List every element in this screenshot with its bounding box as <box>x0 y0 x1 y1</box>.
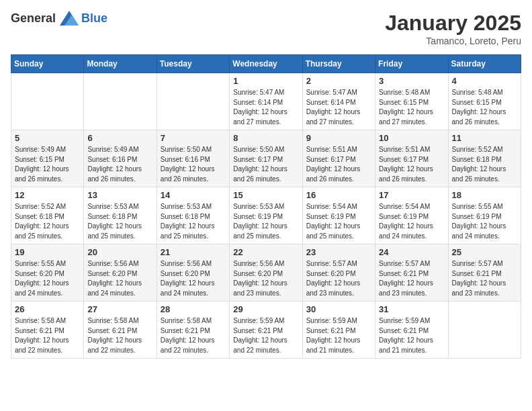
calendar-week-row: 1Sunrise: 5:47 AM Sunset: 6:14 PM Daylig… <box>11 73 521 130</box>
day-number: 7 <box>161 133 226 143</box>
calendar-day-cell: 17Sunrise: 5:54 AM Sunset: 6:19 PM Dayli… <box>375 187 448 244</box>
location-title: Tamanco, Loreto, Peru <box>385 36 521 46</box>
calendar-day-cell: 29Sunrise: 5:59 AM Sunset: 6:21 PM Dayli… <box>230 302 302 359</box>
calendar-day-cell: 4Sunrise: 5:48 AM Sunset: 6:15 PM Daylig… <box>448 73 521 130</box>
day-number: 22 <box>233 247 298 257</box>
calendar-week-row: 26Sunrise: 5:58 AM Sunset: 6:21 PM Dayli… <box>11 302 521 359</box>
calendar-day-cell: 18Sunrise: 5:55 AM Sunset: 6:19 PM Dayli… <box>448 187 521 244</box>
day-info: Sunrise: 5:57 AM Sunset: 6:21 PM Dayligh… <box>452 259 517 298</box>
day-number: 2 <box>306 76 371 86</box>
day-info: Sunrise: 5:51 AM Sunset: 6:17 PM Dayligh… <box>379 145 444 184</box>
day-number: 20 <box>87 247 152 257</box>
day-number: 13 <box>87 190 152 200</box>
day-number: 27 <box>87 304 152 314</box>
day-info: Sunrise: 5:47 AM Sunset: 6:14 PM Dayligh… <box>233 88 298 127</box>
calendar-day-cell <box>84 73 157 130</box>
weekday-header: Tuesday <box>157 55 229 73</box>
day-info: Sunrise: 5:52 AM Sunset: 6:18 PM Dayligh… <box>15 202 80 241</box>
title-section: January 2025 Tamanco, Loreto, Peru <box>385 11 521 46</box>
calendar-day-cell: 3Sunrise: 5:48 AM Sunset: 6:15 PM Daylig… <box>375 73 448 130</box>
logo-icon <box>60 11 79 26</box>
calendar-day-cell: 30Sunrise: 5:59 AM Sunset: 6:21 PM Dayli… <box>302 302 375 359</box>
day-info: Sunrise: 5:47 AM Sunset: 6:14 PM Dayligh… <box>306 88 371 127</box>
day-number: 18 <box>452 190 517 200</box>
calendar-day-cell: 8Sunrise: 5:50 AM Sunset: 6:17 PM Daylig… <box>230 130 302 187</box>
calendar-day-cell: 10Sunrise: 5:51 AM Sunset: 6:17 PM Dayli… <box>375 130 448 187</box>
day-number: 17 <box>379 190 444 200</box>
day-number: 26 <box>15 304 80 314</box>
calendar-day-cell: 7Sunrise: 5:50 AM Sunset: 6:16 PM Daylig… <box>157 130 229 187</box>
day-info: Sunrise: 5:58 AM Sunset: 6:21 PM Dayligh… <box>87 316 152 355</box>
calendar-day-cell: 12Sunrise: 5:52 AM Sunset: 6:18 PM Dayli… <box>11 187 84 244</box>
day-info: Sunrise: 5:54 AM Sunset: 6:19 PM Dayligh… <box>379 202 444 241</box>
day-number: 24 <box>379 247 444 257</box>
calendar-week-row: 12Sunrise: 5:52 AM Sunset: 6:18 PM Dayli… <box>11 187 521 244</box>
day-info: Sunrise: 5:50 AM Sunset: 6:17 PM Dayligh… <box>233 145 298 184</box>
day-info: Sunrise: 5:59 AM Sunset: 6:21 PM Dayligh… <box>306 316 371 355</box>
calendar-day-cell: 9Sunrise: 5:51 AM Sunset: 6:17 PM Daylig… <box>302 130 375 187</box>
day-number: 6 <box>87 133 152 143</box>
calendar-day-cell: 5Sunrise: 5:49 AM Sunset: 6:15 PM Daylig… <box>11 130 84 187</box>
calendar-day-cell: 23Sunrise: 5:57 AM Sunset: 6:20 PM Dayli… <box>302 244 375 302</box>
day-info: Sunrise: 5:49 AM Sunset: 6:16 PM Dayligh… <box>87 145 152 184</box>
day-info: Sunrise: 5:58 AM Sunset: 6:21 PM Dayligh… <box>15 316 80 355</box>
calendar-day-cell: 14Sunrise: 5:53 AM Sunset: 6:18 PM Dayli… <box>157 187 229 244</box>
calendar-week-row: 5Sunrise: 5:49 AM Sunset: 6:15 PM Daylig… <box>11 130 521 187</box>
calendar-week-row: 19Sunrise: 5:55 AM Sunset: 6:20 PM Dayli… <box>11 244 521 302</box>
calendar-day-cell: 1Sunrise: 5:47 AM Sunset: 6:14 PM Daylig… <box>230 73 302 130</box>
day-info: Sunrise: 5:49 AM Sunset: 6:15 PM Dayligh… <box>15 145 80 184</box>
day-info: Sunrise: 5:52 AM Sunset: 6:18 PM Dayligh… <box>452 145 517 184</box>
calendar-day-cell: 28Sunrise: 5:58 AM Sunset: 6:21 PM Dayli… <box>157 302 229 359</box>
calendar-day-cell: 15Sunrise: 5:53 AM Sunset: 6:19 PM Dayli… <box>230 187 302 244</box>
day-number: 25 <box>452 247 517 257</box>
day-info: Sunrise: 5:53 AM Sunset: 6:19 PM Dayligh… <box>233 202 298 241</box>
day-number: 11 <box>452 133 517 143</box>
weekday-header: Wednesday <box>230 55 302 73</box>
calendar-day-cell: 22Sunrise: 5:56 AM Sunset: 6:20 PM Dayli… <box>230 244 302 302</box>
weekday-header: Thursday <box>302 55 375 73</box>
day-number: 9 <box>306 133 371 143</box>
day-info: Sunrise: 5:55 AM Sunset: 6:19 PM Dayligh… <box>452 202 517 241</box>
day-info: Sunrise: 5:48 AM Sunset: 6:15 PM Dayligh… <box>452 88 517 127</box>
day-info: Sunrise: 5:59 AM Sunset: 6:21 PM Dayligh… <box>233 316 298 355</box>
weekday-header-row: SundayMondayTuesdayWednesdayThursdayFrid… <box>11 55 521 73</box>
day-number: 1 <box>233 76 298 86</box>
weekday-header: Friday <box>375 55 448 73</box>
calendar-day-cell: 13Sunrise: 5:53 AM Sunset: 6:18 PM Dayli… <box>84 187 157 244</box>
page-header: General Blue January 2025 Tamanco, Loret… <box>11 11 521 46</box>
day-info: Sunrise: 5:57 AM Sunset: 6:21 PM Dayligh… <box>379 259 444 298</box>
day-number: 8 <box>233 133 298 143</box>
day-number: 21 <box>161 247 226 257</box>
day-number: 31 <box>379 304 444 314</box>
day-number: 10 <box>379 133 444 143</box>
day-number: 23 <box>306 247 371 257</box>
day-info: Sunrise: 5:53 AM Sunset: 6:18 PM Dayligh… <box>87 202 152 241</box>
day-info: Sunrise: 5:56 AM Sunset: 6:20 PM Dayligh… <box>233 259 298 298</box>
logo: General Blue <box>11 11 107 26</box>
day-info: Sunrise: 5:48 AM Sunset: 6:15 PM Dayligh… <box>379 88 444 127</box>
calendar-day-cell: 6Sunrise: 5:49 AM Sunset: 6:16 PM Daylig… <box>84 130 157 187</box>
calendar-day-cell: 19Sunrise: 5:55 AM Sunset: 6:20 PM Dayli… <box>11 244 84 302</box>
day-info: Sunrise: 5:53 AM Sunset: 6:18 PM Dayligh… <box>161 202 226 241</box>
day-number: 12 <box>15 190 80 200</box>
day-number: 3 <box>379 76 444 86</box>
weekday-header: Monday <box>84 55 157 73</box>
weekday-header: Saturday <box>448 55 521 73</box>
calendar-day-cell: 24Sunrise: 5:57 AM Sunset: 6:21 PM Dayli… <box>375 244 448 302</box>
day-info: Sunrise: 5:57 AM Sunset: 6:20 PM Dayligh… <box>306 259 371 298</box>
day-info: Sunrise: 5:54 AM Sunset: 6:19 PM Dayligh… <box>306 202 371 241</box>
day-number: 29 <box>233 304 298 314</box>
calendar-day-cell: 31Sunrise: 5:59 AM Sunset: 6:21 PM Dayli… <box>375 302 448 359</box>
day-number: 28 <box>161 304 226 314</box>
day-info: Sunrise: 5:50 AM Sunset: 6:16 PM Dayligh… <box>161 145 226 184</box>
day-number: 30 <box>306 304 371 314</box>
calendar-table: SundayMondayTuesdayWednesdayThursdayFrid… <box>11 54 521 359</box>
day-number: 4 <box>452 76 517 86</box>
calendar-day-cell: 25Sunrise: 5:57 AM Sunset: 6:21 PM Dayli… <box>448 244 521 302</box>
calendar-day-cell <box>157 73 229 130</box>
calendar-day-cell: 16Sunrise: 5:54 AM Sunset: 6:19 PM Dayli… <box>302 187 375 244</box>
calendar-day-cell <box>11 73 84 130</box>
day-info: Sunrise: 5:58 AM Sunset: 6:21 PM Dayligh… <box>161 316 226 355</box>
calendar-day-cell: 2Sunrise: 5:47 AM Sunset: 6:14 PM Daylig… <box>302 73 375 130</box>
logo-blue: Blue <box>81 11 107 26</box>
